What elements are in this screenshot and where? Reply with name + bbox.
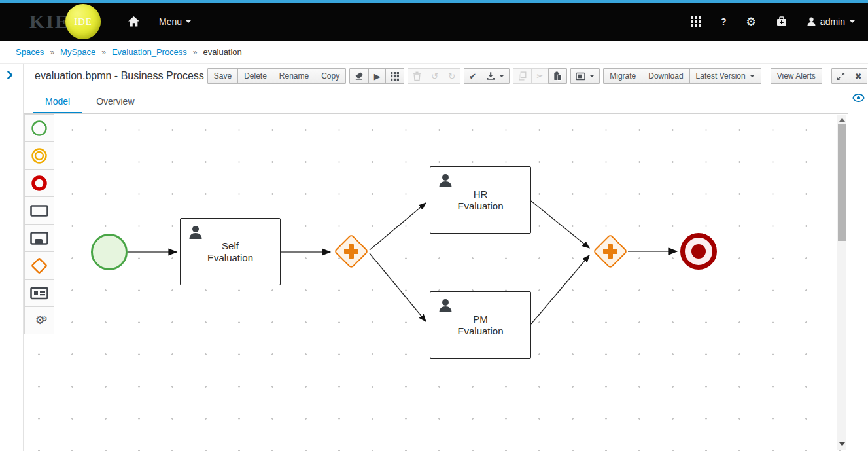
start-event-node[interactable]	[91, 234, 128, 270]
run-process-icon[interactable]: ▶	[368, 68, 386, 84]
settings-gear-icon[interactable]: ⚙	[746, 16, 756, 27]
scroll-down-arrow-icon[interactable]	[839, 442, 845, 446]
rename-button[interactable]: Rename	[273, 68, 315, 84]
palette-end-events[interactable]	[24, 169, 54, 197]
palette-containers[interactable]	[24, 279, 54, 307]
breadcrumb-current-asset: evaluation	[203, 47, 242, 57]
flow-pm-to-join	[531, 255, 589, 324]
explore-eye-icon[interactable]	[852, 93, 865, 105]
delete-button[interactable]: Delete	[237, 68, 273, 84]
username-label: admin	[820, 16, 845, 27]
editor-panel: evaluation.bpmn - Business Process Save …	[24, 64, 848, 451]
plus-icon	[608, 244, 613, 259]
menu-label: Menu	[159, 16, 182, 27]
close-icon[interactable]: ✖	[850, 68, 867, 84]
version-label: Latest Version	[696, 71, 746, 81]
app-launcher-icon[interactable]	[691, 16, 701, 27]
validate-icon[interactable]: ✔	[464, 68, 481, 84]
parallel-gateway-join[interactable]	[592, 233, 629, 270]
editor-tabbar: Model Overview	[24, 88, 848, 114]
delete-selection-icon[interactable]	[408, 68, 426, 84]
scrollbar-thumb[interactable]	[838, 124, 846, 241]
migrate-button[interactable]: Migrate	[603, 68, 642, 84]
end-event-inner-dot	[691, 244, 706, 259]
task-label: Self Evaluation	[181, 219, 280, 285]
bpmn-canvas[interactable]: ⚙⚙ Sel	[24, 114, 848, 451]
left-dock-strip	[0, 64, 24, 451]
task-hr-evaluation[interactable]: HR Evaluation	[430, 166, 531, 234]
page-title: evaluation.bpmn - Business Process	[35, 70, 204, 82]
editor-toolbar: Save Delete Rename Copy ▶	[204, 68, 867, 84]
scroll-up-arrow-icon[interactable]	[839, 118, 845, 122]
copy-selection-icon[interactable]	[513, 68, 532, 84]
chevron-down-icon	[589, 75, 595, 77]
content-area: evaluation.bpmn - Business Process Save …	[0, 63, 868, 451]
brand-kie-text: KIE	[29, 10, 69, 33]
expand-icon[interactable]	[831, 68, 850, 84]
download-button[interactable]: Download	[642, 68, 689, 84]
palette-tasks[interactable]	[24, 196, 54, 225]
task-self-evaluation[interactable]: Self Evaluation	[180, 218, 281, 285]
clear-diagram-icon[interactable]	[349, 68, 369, 84]
paste-selection-icon[interactable]	[548, 68, 567, 84]
chevron-down-icon	[499, 75, 504, 77]
flow-split-to-hr	[370, 203, 426, 250]
breadcrumb-spaces[interactable]: Spaces	[16, 47, 44, 57]
palette-service-tasks[interactable]: ⚙⚙	[24, 306, 54, 334]
form-generation-icon[interactable]	[570, 68, 600, 84]
copy-button[interactable]: Copy	[315, 68, 346, 84]
export-icon[interactable]	[481, 68, 510, 84]
right-dock-strip	[848, 64, 868, 451]
parallel-gateway-split[interactable]	[333, 233, 370, 270]
task-pm-evaluation[interactable]: PM Evaluation	[430, 291, 531, 359]
chevron-down-icon	[850, 20, 855, 23]
palette-intermediate-events[interactable]	[24, 141, 54, 170]
breadcrumb-separator: »	[193, 48, 198, 57]
breadcrumb: Spaces » MySpace » Evaluation_Process » …	[0, 41, 868, 63]
admin-tools-icon[interactable]	[776, 16, 788, 27]
breadcrumb-myspace[interactable]: MySpace	[60, 47, 95, 57]
undo-icon[interactable]: ↺	[426, 68, 443, 84]
task-label: PM Evaluation	[430, 292, 530, 358]
breadcrumb-project[interactable]: Evaluation_Process	[112, 47, 187, 57]
tab-model[interactable]: Model	[33, 90, 82, 113]
breadcrumb-separator: »	[101, 48, 106, 57]
plus-icon	[349, 244, 354, 259]
cut-selection-icon[interactable]: ✂	[531, 68, 549, 84]
user-icon	[807, 17, 816, 26]
redo-icon[interactable]: ↻	[443, 68, 460, 84]
masthead: KIE IDE Menu ? ⚙ admin	[0, 3, 868, 41]
gears-icon: ⚙⚙	[35, 315, 43, 326]
sequence-flows	[24, 114, 848, 450]
preview-grid-icon[interactable]	[385, 68, 404, 84]
expand-panel-chevron-icon[interactable]	[7, 70, 13, 82]
flow-split-to-pm	[370, 253, 426, 321]
user-menu[interactable]: admin	[807, 16, 855, 27]
chevron-down-icon	[750, 75, 755, 77]
palette-gateways[interactable]	[24, 251, 54, 280]
help-icon[interactable]: ?	[721, 16, 727, 27]
view-alerts-button[interactable]: View Alerts	[771, 68, 822, 84]
breadcrumb-separator: »	[50, 48, 54, 57]
home-icon[interactable]	[128, 16, 139, 27]
shape-palette: ⚙⚙	[24, 114, 54, 334]
palette-subprocesses[interactable]	[24, 224, 54, 252]
brand-ide-text: IDE	[74, 16, 92, 27]
save-button[interactable]: Save	[207, 68, 238, 84]
editor-header: evaluation.bpmn - Business Process Save …	[24, 64, 848, 88]
canvas-vertical-scrollbar[interactable]	[837, 115, 846, 450]
chevron-down-icon	[186, 20, 191, 23]
palette-start-events[interactable]	[24, 114, 54, 142]
tab-overview[interactable]: Overview	[84, 90, 146, 113]
flow-hr-to-join	[531, 201, 589, 248]
version-dropdown[interactable]: Latest Version	[689, 68, 761, 84]
task-label: HR Evaluation	[430, 167, 530, 233]
menu-dropdown[interactable]: Menu	[159, 16, 191, 27]
kie-ide-logo[interactable]: KIE IDE	[29, 4, 101, 39]
end-event-node[interactable]	[680, 233, 717, 270]
brand-ide-badge: IDE	[65, 4, 101, 39]
